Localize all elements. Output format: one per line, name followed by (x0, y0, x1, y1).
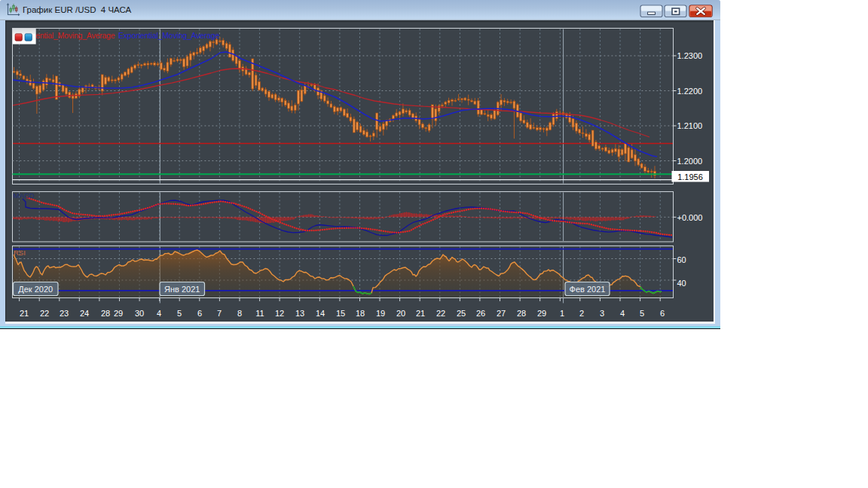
svg-text:ential_Moving_Average: ential_Moving_Average (35, 31, 115, 40)
svg-text:60: 60 (677, 255, 686, 264)
svg-text:11: 11 (255, 309, 264, 318)
svg-text:40: 40 (677, 279, 686, 288)
svg-text:27: 27 (497, 309, 506, 318)
svg-text:Дек 2020: Дек 2020 (18, 285, 53, 294)
svg-text:28: 28 (517, 309, 526, 318)
svg-text:RSI: RSI (14, 249, 26, 257)
svg-text:1.2300: 1.2300 (677, 51, 703, 60)
svg-text:8: 8 (237, 309, 242, 318)
svg-text:+0.000: +0.000 (677, 213, 703, 222)
svg-text:Янв 2021: Янв 2021 (164, 285, 200, 294)
svg-text:20: 20 (396, 309, 405, 318)
svg-text:1.2200: 1.2200 (677, 87, 703, 96)
svg-text:2: 2 (579, 309, 584, 318)
svg-text:30: 30 (135, 309, 144, 318)
svg-text:29: 29 (537, 309, 546, 318)
svg-text:4: 4 (157, 309, 161, 318)
svg-text:3: 3 (600, 309, 604, 318)
svg-text:21: 21 (20, 309, 29, 318)
svg-text:26: 26 (476, 309, 485, 318)
svg-text:Фев 2021: Фев 2021 (570, 285, 606, 294)
svg-text:14: 14 (316, 309, 325, 318)
svg-text:22: 22 (40, 309, 49, 318)
svg-text:22: 22 (436, 309, 445, 318)
svg-text:1.1956: 1.1956 (677, 172, 703, 181)
svg-text:4: 4 (620, 309, 625, 318)
svg-text:15: 15 (336, 309, 345, 318)
svg-text:29: 29 (114, 309, 123, 318)
svg-text:12: 12 (275, 309, 284, 318)
svg-text:13: 13 (295, 309, 304, 318)
svg-text:MACD: MACD (14, 191, 35, 200)
svg-text:1.2100: 1.2100 (677, 121, 703, 130)
svg-text:5: 5 (640, 309, 644, 318)
svg-text:1.2000: 1.2000 (677, 157, 703, 166)
svg-text:1: 1 (560, 309, 564, 318)
svg-text:28: 28 (101, 309, 110, 318)
svg-text:25: 25 (457, 309, 466, 318)
svg-text:6: 6 (197, 309, 202, 318)
svg-text:19: 19 (376, 309, 385, 318)
svg-text:7: 7 (217, 309, 222, 318)
svg-text:21: 21 (416, 309, 425, 318)
svg-text:6: 6 (660, 309, 665, 318)
svg-text:5: 5 (177, 309, 182, 318)
svg-text:Exponential_Moving_Average: Exponential_Moving_Average (118, 31, 219, 40)
svg-text:23: 23 (60, 309, 69, 318)
svg-text:18: 18 (356, 309, 365, 318)
svg-text:24: 24 (80, 309, 89, 318)
